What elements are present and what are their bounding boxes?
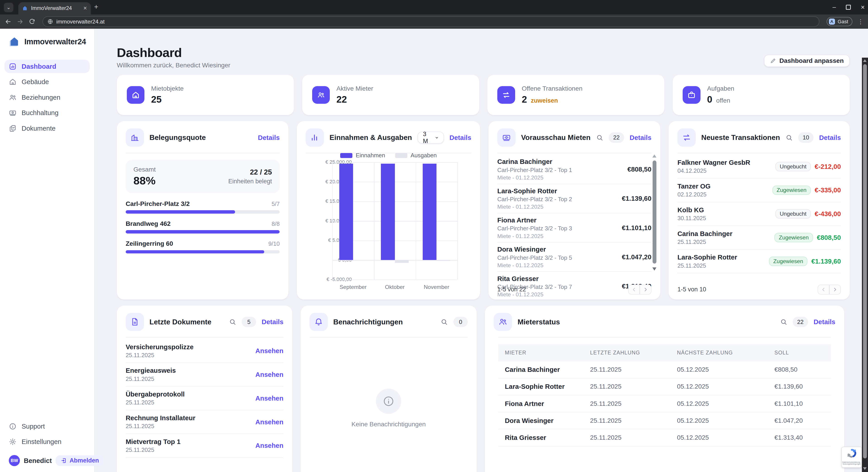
browser-profile-button[interactable]: Gast [827, 17, 852, 27]
sidebar-item-dokumente[interactable]: Dokumente [4, 122, 90, 135]
window-close-button[interactable]: × [861, 4, 865, 10]
tab-close-icon[interactable]: × [84, 5, 87, 11]
sidebar-item-support[interactable]: Support [4, 419, 90, 433]
occupancy-row: Brandlweg 4628/8 [126, 220, 280, 233]
site-globe-icon [48, 19, 53, 24]
property-units: 8/8 [272, 221, 280, 227]
transactions-details-link[interactable]: Details [819, 134, 841, 141]
tab-search-chevron-icon[interactable]: ⌄ [4, 3, 13, 12]
rent-list-item[interactable]: Lara-Sophie RotterCarl-Pircher-Platz 3/2… [497, 184, 651, 213]
tenant-name-cell: Fiona Artner [498, 395, 590, 412]
period-select[interactable]: 3 M [417, 132, 444, 144]
sidebar-item-einstellungen[interactable]: Einstellungen [4, 435, 90, 448]
tenant-status-table: MIETERLETZTE ZAHLUNGNÄCHSTE ZAHLUNGSOLL … [498, 344, 831, 446]
table-row[interactable]: Rita Griesser25.11.202505.12.2025€1.313,… [498, 429, 831, 446]
counterparty-name: Carina Bachinger [677, 230, 775, 238]
logo-text: Immoverwalter24 [24, 37, 86, 46]
pagination-next-button[interactable] [640, 285, 651, 294]
document-list-item: Versicherungspolizze25.11.2025Ansehen [126, 339, 283, 363]
pagination-prev-button[interactable] [817, 285, 829, 294]
sidebar-item-dashboard[interactable]: Dashboard [4, 60, 90, 73]
browser-menu-icon[interactable]: ⋮ [858, 18, 864, 25]
table-row[interactable]: Lara-Sophie Rotter25.11.202505.12.2025€1… [498, 378, 831, 395]
page-scrollbar-thumb[interactable] [863, 64, 867, 459]
browser-tab-bar: ⌄ ImmoVerwalter24 × + – × [0, 0, 868, 14]
tenant-name: Fiona Artner [497, 216, 618, 224]
transaction-list-item[interactable]: Kolb KG30.11.2025Ungebucht€-436,00 [677, 202, 841, 226]
list-scroll-down-icon[interactable] [652, 268, 656, 271]
transaction-date: 30.11.2025 [677, 215, 775, 222]
browser-tab[interactable]: ImmoVerwalter24 × [18, 2, 91, 14]
list-scroll-up-icon[interactable] [652, 154, 656, 158]
search-icon[interactable] [596, 134, 603, 141]
view-document-link[interactable]: Ansehen [255, 395, 283, 402]
user-avatar[interactable]: BW [9, 455, 20, 466]
occupancy-bar-fill [126, 230, 280, 233]
kpi-action-link[interactable]: zuweisen [531, 97, 558, 104]
view-document-link[interactable]: Ansehen [255, 418, 283, 426]
transaction-amount: €1.139,60 [811, 257, 841, 265]
rent-list-item[interactable]: Fiona ArtnerCarl-Pircher-Platz 3/2 - Top… [497, 213, 651, 243]
table-row[interactable]: Fiona Artner25.11.202505.12.2025€1.101,1… [498, 395, 831, 412]
occupancy-summary: Gesamt 88% 22 / 25 Einheiten belegt [126, 160, 280, 193]
search-icon[interactable] [229, 318, 236, 325]
occupancy-fraction-label: Einheiten belegt [228, 178, 272, 185]
sidebar-item-beziehungen[interactable]: Beziehungen [4, 91, 90, 104]
search-icon[interactable] [780, 318, 787, 325]
customize-dashboard-button[interactable]: Dashboard anpassen [764, 55, 850, 67]
recaptcha-terms-text[interactable]: Nutzungsbedingungen [842, 463, 861, 465]
documents-details-link[interactable]: Details [262, 318, 283, 326]
url-bar[interactable]: immoverwalter24.at [42, 16, 819, 27]
view-document-link[interactable]: Ansehen [255, 442, 283, 449]
transaction-list-item[interactable]: Tanzer OG02.12.2025Zugewiesen€-335,00 [677, 179, 841, 202]
tab-favicon-house-icon [22, 5, 28, 11]
back-icon[interactable] [4, 18, 12, 25]
sidebar-item-gebäude[interactable]: Gebäude [4, 75, 90, 89]
pagination-next-button[interactable] [829, 285, 841, 294]
list-scrollbar-thumb[interactable] [653, 160, 656, 263]
scroll-up-icon[interactable] [863, 59, 867, 62]
upcoming-rents-details-link[interactable]: Details [629, 134, 651, 141]
table-row[interactable]: Carina Bachinger25.11.202505.12.2025€808… [498, 361, 831, 378]
reload-icon[interactable] [29, 18, 35, 25]
search-icon[interactable] [440, 318, 448, 325]
scroll-down-icon[interactable] [863, 467, 867, 470]
transaction-list-item[interactable]: Carina Bachinger25.11.2025Zugewiesen€808… [677, 226, 841, 250]
transaction-amount: €-212,00 [815, 163, 841, 170]
app-logo[interactable]: Immoverwalter24 [4, 36, 90, 48]
view-document-link[interactable]: Ansehen [255, 347, 283, 355]
occupancy-row: Zeilingerring 609/10 [126, 240, 280, 253]
legend-item: Ausgaben [395, 152, 437, 159]
transaction-list-item[interactable]: Lara-Sophie Rotter25.11.2025Zugewiesen€1… [677, 250, 841, 274]
rent-list-item[interactable]: Dora WiesingerCarl-Pircher-Platz 3/2 - T… [497, 243, 651, 272]
documents-card: Letzte Dokumente 5 Details Versicherungs… [117, 306, 292, 472]
ausgaben-bar [395, 260, 409, 263]
page-scrollbar[interactable] [862, 58, 868, 472]
transfer-icon [497, 86, 515, 104]
window-minimize-button[interactable]: – [833, 4, 836, 10]
tab-title: ImmoVerwalter24 [31, 5, 80, 11]
pagination-prev-button[interactable] [628, 285, 640, 294]
income-expenses-title: Einnahmen & Ausgaben [330, 133, 412, 142]
gear-icon [9, 438, 17, 445]
dashboard-icon [9, 63, 17, 70]
recaptcha-badge[interactable]: Datenschutzerklärung - Nutzungsbedingung… [841, 447, 862, 468]
table-row[interactable]: Dora Wiesinger25.11.202505.12.2025€1.047… [498, 412, 831, 429]
occupancy-details-link[interactable]: Details [258, 134, 280, 141]
sidebar-item-buchhaltung[interactable]: Buchhaltung [4, 106, 90, 120]
view-document-link[interactable]: Ansehen [255, 371, 283, 378]
document-list-item: Mietvertrag Top 125.11.2025Ansehen [126, 434, 283, 458]
new-tab-button[interactable]: + [94, 3, 98, 11]
banknote-icon [497, 128, 516, 147]
window-restore-button[interactable] [846, 5, 851, 10]
income-expenses-details-link[interactable]: Details [450, 134, 471, 141]
transfer-icon [677, 128, 696, 147]
transaction-list-item[interactable]: Falkner Wagner GesbR04.12.2025Ungebucht€… [677, 155, 841, 179]
tenant-data-cell: 25.11.2025 [590, 378, 677, 395]
notifications-count-badge: 0 [454, 317, 468, 327]
rent-list-item[interactable]: Carina BachingerCarl-Pircher-Platz 3/2 -… [497, 155, 651, 184]
tenant-status-details-link[interactable]: Details [813, 318, 835, 326]
search-icon[interactable] [785, 134, 793, 141]
forward-icon[interactable] [17, 18, 24, 25]
property-name: Carl-Pircher-Platz 3/2 [126, 200, 190, 208]
